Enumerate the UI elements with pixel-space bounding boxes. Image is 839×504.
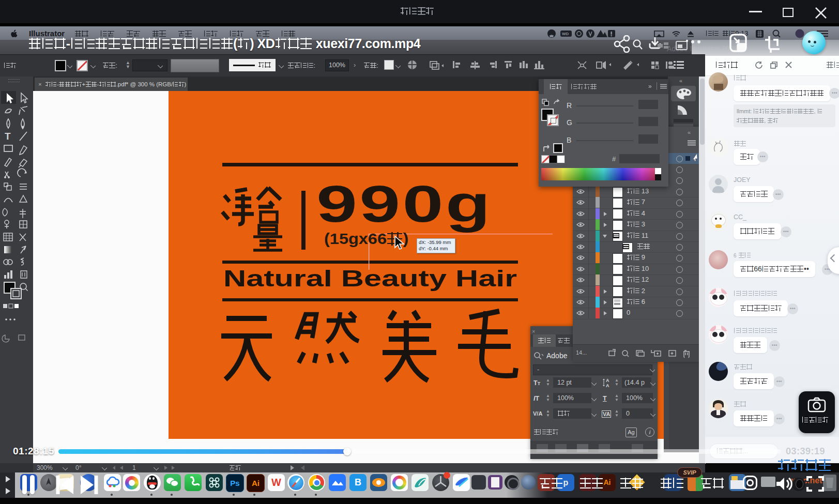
- svg-text:WD: WD: [562, 32, 569, 36]
- svg-text:A: A: [606, 378, 609, 383]
- svg-text:T: T: [5, 131, 11, 142]
- svg-text:A: A: [606, 383, 609, 388]
